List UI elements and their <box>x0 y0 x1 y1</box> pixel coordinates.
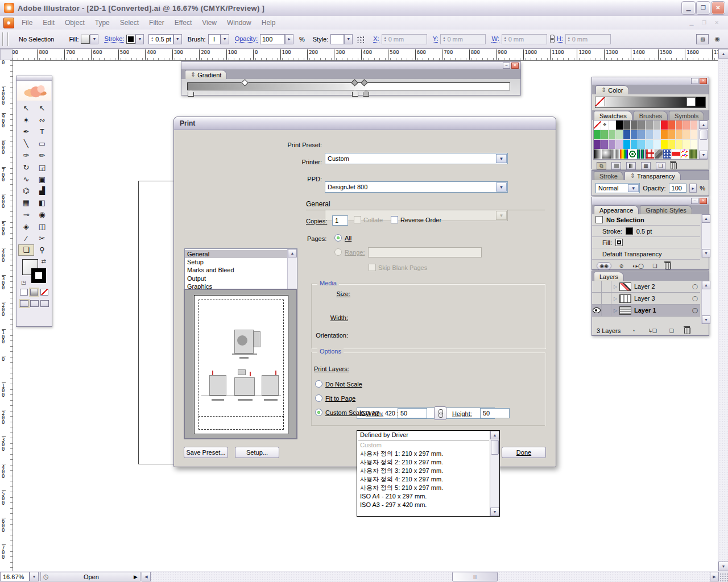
size-option[interactable]: ISO A3 - 297 x 420 mm. <box>357 501 490 509</box>
print-preview[interactable] <box>184 289 297 439</box>
swatch[interactable] <box>661 120 668 130</box>
visibility-toggle[interactable] <box>592 305 602 316</box>
menu-view[interactable]: View <box>197 19 222 27</box>
menu-filter[interactable]: Filter <box>144 19 169 27</box>
direct-selection-tool[interactable]: ↖ <box>34 102 50 114</box>
chevron-down-icon[interactable]: ▼ <box>173 34 182 44</box>
appearance-scrollbar[interactable]: ▲ ▼ <box>701 214 710 257</box>
swatch[interactable] <box>676 120 683 130</box>
gradient-midpoint-icon[interactable] <box>241 79 249 86</box>
swatch[interactable] <box>623 130 631 140</box>
chevron-down-icon[interactable]: ▼ <box>344 34 353 44</box>
close-icon[interactable]: ✕ <box>700 198 707 204</box>
palette-header[interactable]: – ✕ <box>592 197 709 205</box>
tab-graphic-styles[interactable]: Graphic Styles <box>640 205 692 214</box>
swatch[interactable] <box>616 130 623 140</box>
make-clipping-mask-icon[interactable]: ◔ <box>628 327 638 335</box>
scale-tool[interactable]: ◲ <box>34 161 50 173</box>
new-layer-icon[interactable]: ❏ <box>667 327 676 335</box>
scroll-right-icon[interactable]: ▶ <box>710 572 719 581</box>
swatch[interactable] <box>683 130 690 140</box>
mesh-tool[interactable]: ▦ <box>18 197 34 209</box>
swatch[interactable] <box>653 140 661 149</box>
tab-layers[interactable]: Layers <box>594 272 624 281</box>
spinner-arrow-icon[interactable]: ▸ <box>689 184 697 193</box>
stroke-box[interactable] <box>31 268 46 283</box>
print-preset-combo[interactable]: Custom▼ <box>325 153 508 164</box>
swatch-pattern-linear-gradient[interactable] <box>594 149 602 159</box>
swatch[interactable] <box>646 120 653 130</box>
lasso-tool[interactable]: ∾ <box>34 114 50 126</box>
gradient-panel-header[interactable]: – ✕ <box>181 62 520 69</box>
swatch[interactable] <box>623 140 631 149</box>
chevron-down-icon[interactable]: ▼ <box>496 182 507 192</box>
scroll-thumb[interactable] <box>491 440 499 455</box>
swatch[interactable] <box>594 120 601 130</box>
scroll-up-icon[interactable]: ▲ <box>699 120 708 129</box>
layer-row[interactable]: ▷Layer 2◯ <box>592 281 700 293</box>
scroll-up-icon[interactable]: ▲ <box>490 431 499 439</box>
h-field[interactable]: ▲▼0 mm <box>565 34 611 44</box>
tab-swatches[interactable]: Swatches <box>594 111 632 120</box>
print-dialog-title-bar[interactable]: Print <box>174 117 556 130</box>
swatch[interactable] <box>690 140 698 149</box>
w-label[interactable]: W: <box>491 35 499 43</box>
appearance-row-stroke[interactable]: Stroke:0.5 pt <box>592 226 700 237</box>
delete-swatch-icon[interactable] <box>671 163 677 169</box>
minimize-icon[interactable]: – <box>691 78 698 84</box>
minimize-button[interactable]: ▁ <box>682 2 695 14</box>
swatch[interactable] <box>638 120 646 130</box>
close-button[interactable]: ✕ <box>712 2 725 14</box>
custom-scale-radio[interactable] <box>315 409 322 416</box>
swatch-pattern-green-ring[interactable] <box>628 149 637 159</box>
size-option[interactable]: Defined by Driver <box>357 431 490 439</box>
done-button[interactable]: Done <box>502 447 546 458</box>
size-option[interactable]: ISO A4 - 210 x 297 mm. <box>357 492 490 501</box>
y-label[interactable]: Y: <box>433 35 439 43</box>
swatch[interactable] <box>609 120 616 130</box>
blend-tool[interactable]: ◉ <box>34 209 50 221</box>
swatch[interactable]: ⌖ <box>601 120 609 130</box>
show-swatch-kinds-icon[interactable]: ⧉ <box>597 162 606 170</box>
chevron-down-icon[interactable]: ▼ <box>496 154 507 163</box>
all-radio[interactable] <box>334 234 342 242</box>
swatch-pattern-grass[interactable] <box>689 149 698 159</box>
magic-wand-tool[interactable]: ✶ <box>18 114 34 126</box>
swatch-pattern-steel-gradient[interactable] <box>611 149 620 159</box>
lock-toggle[interactable] <box>602 293 611 304</box>
new-swatch-icon[interactable]: ❏ <box>656 162 665 170</box>
symbol-sprayer-tool[interactable]: ⌬ <box>18 185 34 197</box>
size-option[interactable]: 사용자 정의 1: 210 x 297 mm. <box>357 450 490 458</box>
swatch[interactable] <box>676 130 683 140</box>
minimize-icon[interactable]: – <box>691 198 698 204</box>
print-section-setup[interactable]: Setup <box>185 258 297 266</box>
new-item-icon[interactable]: ❏ <box>650 262 660 270</box>
visibility-toggle[interactable] <box>592 293 602 304</box>
swatch[interactable] <box>631 130 638 140</box>
layer-name[interactable]: Layer 2 <box>631 281 690 292</box>
swatch-pattern-red-plaid[interactable] <box>646 149 655 159</box>
print-section-general[interactable]: General <box>185 250 297 258</box>
scroll-down-icon[interactable]: ▼ <box>702 315 710 324</box>
size-option[interactable]: 사용자 정의 2: 210 x 297 mm. <box>357 458 490 467</box>
visibility-toggle[interactable] <box>592 281 602 292</box>
layer-name[interactable]: Layer 3 <box>631 293 690 304</box>
print-section-output[interactable]: Output <box>185 275 297 282</box>
w-field[interactable]: ▲▼0 mm <box>502 34 547 44</box>
swatch[interactable] <box>690 130 698 140</box>
menu-object[interactable]: Object <box>60 19 90 27</box>
venus-flower-logo[interactable] <box>17 81 51 101</box>
menu-window[interactable]: Window <box>222 19 257 27</box>
size-option[interactable]: 사용자 정의 4: 210 x 297 mm. <box>357 475 490 484</box>
vertical-scrollbar[interactable]: ▲ ▼ <box>718 49 728 571</box>
go-to-bridge-icon[interactable]: ▨ <box>696 34 709 44</box>
scale-height-input[interactable]: 50 <box>480 408 510 418</box>
color-button[interactable] <box>20 289 28 296</box>
appearance-row-no-selection[interactable]: No Selection <box>592 214 700 226</box>
copies-input[interactable]: 1 <box>332 215 348 226</box>
style-combo[interactable] <box>330 34 344 44</box>
chevron-down-icon[interactable]: ▼ <box>628 184 639 192</box>
layers-scrollbar[interactable]: ▲ ▼ <box>701 281 710 324</box>
gradient-stop-icon[interactable] <box>188 90 194 97</box>
swatch[interactable] <box>623 120 631 130</box>
